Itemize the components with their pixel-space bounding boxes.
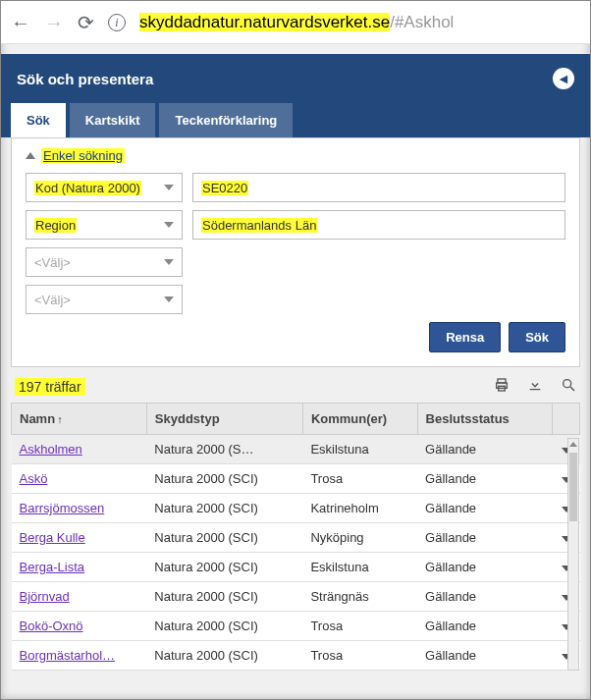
url-host: skyddadnatur.naturvardsverket.se [139,13,390,31]
row-name-link[interactable]: Berga Kulle [20,530,85,545]
download-icon[interactable] [527,377,543,397]
col-header-actions [553,404,580,435]
region-select-label: Region [34,218,77,233]
row-name-link[interactable]: Berga-Lista [20,560,84,574]
row-status: Gällande [417,612,553,641]
chevron-down-icon [164,296,174,302]
region-input[interactable]: Södermanlands Län [192,210,565,240]
row-status: Gällande [417,523,553,553]
chevron-down-icon [164,259,174,265]
panel-header: Sök och presentera ◄ [1,54,590,103]
table-row[interactable]: BarrsjömossenNatura 2000 (SCI)Katrinehol… [12,494,580,523]
kod-input-value: SE0220 [201,181,248,195]
collapse-triangle-icon [26,152,35,159]
search-panel: Enkel sökning Kod (Natura 2000) SE0220 R… [11,137,580,367]
row-kommun: Eskilstuna [302,435,417,464]
row-status: Gällande [417,435,553,464]
hit-count: 197 träffar [15,378,85,396]
col-header-status[interactable]: Beslutsstatus [417,404,553,435]
row-type: Natura 2000 (SCI) [146,582,302,612]
table-row[interactable]: Borgmästarhol…Natura 2000 (SCI)TrosaGäll… [12,641,580,671]
row-type: Natura 2000 (SCI) [146,523,302,553]
section-toggle[interactable]: Enkel sökning [26,148,565,163]
svg-line-4 [570,387,574,391]
table-row[interactable]: Berga-ListaNatura 2000 (SCI)EskilstunaGä… [12,553,580,582]
row-type: Natura 2000 (SCI) [146,553,302,582]
tab-bar: Sök Kartskikt Teckenförklaring [1,103,590,137]
url-path: /#Askhol [390,13,454,31]
svg-point-3 [564,380,571,388]
results-header: 197 träffar [1,367,590,403]
row-name-link[interactable]: Bokö-Oxnö [20,619,83,633]
row-name-link[interactable]: Björnvad [20,589,70,604]
row-type: Natura 2000 (SCI) [146,494,302,523]
section-label: Enkel sökning [41,148,125,163]
row-type: Natura 2000 (SCI) [146,641,302,671]
table-row[interactable]: BjörnvadNatura 2000 (SCI)SträngnäsGällan… [12,582,580,612]
forward-button[interactable]: → [44,13,64,32]
row-status: Gällande [417,641,553,671]
row-status: Gällande [417,582,553,612]
kod-select[interactable]: Kod (Natura 2000) [26,173,183,202]
extra-select-1[interactable]: <Välj> [26,247,183,277]
region-select[interactable]: Region [26,210,183,240]
col-header-kommun[interactable]: Kommun(er) [302,404,417,435]
results-toolbar [494,377,576,397]
row-kommun: Katrineholm [302,494,417,523]
region-input-value: Södermanlands Län [201,218,317,233]
tab-teckenforklaring[interactable]: Teckenförklaring [159,103,293,137]
back-button[interactable]: ← [11,13,30,32]
chevron-down-icon [164,185,174,190]
row-type: Natura 2000 (SCI) [146,464,302,494]
row-status: Gällande [417,464,553,494]
row-name-link[interactable]: Askholmen [20,442,82,457]
site-info-icon[interactable]: i [108,14,126,31]
row-status: Gällande [417,494,553,523]
clear-button[interactable]: Rensa [429,322,501,352]
table-scrollbar[interactable] [567,438,579,671]
tab-sok[interactable]: Sök [11,103,66,137]
scroll-thumb[interactable] [569,453,577,521]
search-button[interactable]: Sök [509,322,565,352]
row-status: Gällande [417,553,553,582]
print-icon[interactable] [494,377,510,397]
row-kommun: Strängnäs [302,582,417,612]
extra-select-1-placeholder: <Välj> [34,255,71,270]
scroll-up-icon [569,442,577,447]
row-kommun: Trosa [302,464,417,494]
extra-select-2[interactable]: <Välj> [26,285,183,314]
table-row[interactable]: Berga KulleNatura 2000 (SCI)NyköpingGäll… [12,523,580,553]
row-name-link[interactable]: Askö [20,471,48,486]
row-kommun: Trosa [302,612,417,641]
row-kommun: Eskilstuna [302,553,417,582]
row-name-link[interactable]: Borgmästarhol… [20,648,116,663]
row-type: Natura 2000 (SCI) [146,612,302,641]
row-type: Natura 2000 (S… [146,435,302,464]
row-name-link[interactable]: Barrsjömossen [20,501,105,515]
table-row[interactable]: Bokö-OxnöNatura 2000 (SCI)TrosaGällande [12,612,580,641]
reload-button[interactable]: ⟳ [78,13,94,32]
row-kommun: Trosa [302,641,417,671]
kod-input[interactable]: SE0220 [192,173,565,202]
search-icon[interactable] [561,377,576,397]
results-table-wrap: Namn↑ Skyddstyp Kommun(er) Beslutsstatus… [1,403,590,671]
collapse-button[interactable]: ◄ [553,68,574,89]
sort-asc-icon: ↑ [57,413,63,425]
browser-toolbar: ← → ⟳ i skyddadnatur.naturvardsverket.se… [1,1,590,44]
col-header-name[interactable]: Namn↑ [12,404,147,435]
tab-kartskikt[interactable]: Kartskikt [70,103,156,137]
chevron-down-icon [164,222,174,228]
row-kommun: Nyköping [302,523,417,553]
table-row[interactable]: AskholmenNatura 2000 (S…EskilstunaGällan… [12,435,580,464]
address-bar[interactable]: skyddadnatur.naturvardsverket.se/#Askhol [139,13,454,32]
extra-select-2-placeholder: <Välj> [34,293,71,307]
table-row[interactable]: AsköNatura 2000 (SCI)TrosaGällande [12,464,580,494]
col-header-type[interactable]: Skyddstyp [146,404,302,435]
panel-title: Sök och presentera [17,71,153,87]
results-table: Namn↑ Skyddstyp Kommun(er) Beslutsstatus… [11,403,580,671]
kod-select-label: Kod (Natura 2000) [34,181,141,195]
